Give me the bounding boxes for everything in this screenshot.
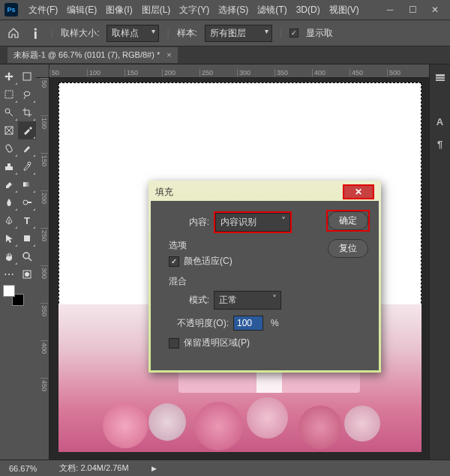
zoom-tool[interactable] [18,247,36,265]
ruler-tick: 200 [162,69,200,76]
ruler-tick: 150 [124,69,162,76]
blur-tool[interactable] [0,193,18,211]
lasso-tool[interactable] [18,85,36,103]
show-ring-label: 显示取 [306,27,333,40]
ruler-tick: 350 [40,303,48,340]
shape-tool[interactable] [18,229,36,247]
mode-dropdown[interactable]: 正常 [214,291,281,310]
document-tab-bar: 未标题-1 @ 66.7% (0101 (7), RGB/8#) * × [0,46,450,64]
marquee-tool[interactable] [0,85,18,103]
ruler-tick: 350 [274,69,312,76]
ruler-tick: 300 [237,69,274,76]
dodge-tool[interactable] [18,193,36,211]
crop-tool[interactable] [18,103,36,121]
menu-bar: Ps 文件(F) 编辑(E) 图像(I) 图层(L) 文字(Y) 选择(S) 滤… [0,0,450,19]
svg-point-12 [23,253,29,259]
eyedropper-icon[interactable] [26,23,46,43]
ruler-horizontal[interactable]: 50 100 150 200 250 300 350 400 450 500 [50,64,429,78]
canvas-area: 50 100 150 200 250 300 350 400 450 500 5… [36,64,429,460]
preserve-trans-label: 保留透明区域(P) [184,337,250,349]
history-brush-tool[interactable] [18,157,36,175]
ok-button[interactable]: 确定 [328,211,368,230]
document-tab[interactable]: 未标题-1 @ 66.7% (0101 (7), RGB/8#) * × [8,47,178,63]
dialog-titlebar[interactable]: 填充 ✕ [151,183,379,201]
menu-filter[interactable]: 滤镜(T) [253,1,291,19]
artboard-tool[interactable] [18,67,36,85]
ruler-tick: 300 [40,265,48,303]
flowers [76,378,404,452]
close-window-button[interactable]: ✕ [424,2,446,17]
paragraph-panel-icon[interactable]: ¶ [433,136,448,151]
brush-tool[interactable] [18,139,36,157]
path-select-tool[interactable] [0,229,18,247]
blend-section-label: 混合 [169,275,368,288]
frame-tool[interactable] [0,121,18,139]
history-panel-icon[interactable] [433,70,448,85]
zoom-level[interactable]: 66.67% [9,464,37,473]
menu-image[interactable]: 图像(I) [101,1,136,19]
type-tool[interactable]: T [18,211,36,229]
dialog-body: 确定 复位 内容: 内容识别 选项 ✓ 颜色适应(C) 混合 模式: 正常 [151,201,379,370]
color-adapt-checkbox[interactable]: ✓ [169,256,179,267]
tool-panel: T ⋯ [0,64,36,460]
ruler-tick: 400 [40,340,48,378]
pen-tool[interactable] [0,211,18,229]
svg-rect-11 [24,235,30,241]
menu-edit[interactable]: 编辑(E) [62,1,101,19]
eraser-tool[interactable] [0,175,18,193]
dialog-close-button[interactable]: ✕ [343,184,374,199]
show-ring-checkbox[interactable]: ✓ [290,28,298,37]
svg-rect-18 [436,79,445,81]
ruler-tick: 150 [40,153,48,190]
minimize-button[interactable]: ─ [380,2,400,17]
character-panel-icon[interactable]: A [433,114,448,129]
menu-file[interactable]: 文件(F) [24,1,62,19]
dialog-title: 填充 [155,186,173,199]
sample-size-label: 取样大小: [61,27,99,40]
foreground-swatch[interactable] [3,285,15,297]
preserve-trans-checkbox[interactable] [169,338,179,349]
ruler-tick: 450 [350,69,387,76]
edit-toolbar[interactable]: ⋯ [0,265,18,283]
ruler-tick: 250 [40,228,48,265]
menu-select[interactable]: 选择(S) [214,1,253,19]
document-tab-title: 未标题-1 @ 66.7% (0101 (7), RGB/8#) * [14,50,160,59]
document-tab-close[interactable]: × [166,50,171,59]
home-icon[interactable] [6,26,21,40]
menu-3d[interactable]: 3D(D) [292,2,325,17]
document-info[interactable]: 文档: 2.04M/2.76M [59,463,128,474]
reset-button[interactable]: 复位 [328,239,368,258]
svg-rect-1 [5,91,13,98]
sample-size-dropdown[interactable]: 取样点 [106,25,159,42]
opacity-unit: % [271,318,279,328]
sample-dropdown[interactable]: 所有图层 [205,25,272,42]
menu-view[interactable]: 视图(V) [325,1,364,19]
mode-label: 模式: [161,294,214,307]
clone-tool[interactable] [0,157,18,175]
opacity-input[interactable]: 100 [233,316,263,331]
svg-rect-8 [23,182,31,187]
quick-mask[interactable] [18,265,36,283]
eyedropper-tool[interactable] [18,121,36,139]
color-swatches[interactable] [3,285,24,306]
menu-layer[interactable]: 图层(L) [137,1,176,19]
svg-rect-0 [23,73,31,80]
svg-point-9 [23,200,28,205]
app-logo: Ps [4,3,18,16]
quick-select-tool[interactable] [0,103,18,121]
ruler-origin[interactable] [36,64,50,78]
maximize-button[interactable]: ☐ [402,2,423,17]
status-chevron-icon[interactable]: ▶ [152,465,157,472]
ruler-tick: 400 [312,69,350,76]
window-controls: ─ ☐ ✕ [380,2,446,17]
healing-tool[interactable] [0,139,18,157]
svg-rect-16 [436,74,445,76]
content-dropdown[interactable]: 内容识别 [215,213,290,232]
svg-rect-6 [5,144,13,153]
fill-dialog: 填充 ✕ 确定 复位 内容: 内容识别 选项 ✓ 颜色适应(C) 混合 [148,181,381,373]
menu-type[interactable]: 文字(Y) [175,1,214,19]
hand-tool[interactable] [0,247,18,265]
move-tool[interactable] [0,67,18,85]
gradient-tool[interactable] [18,175,36,193]
ruler-vertical[interactable]: 50 100 150 200 250 300 350 400 450 [36,78,50,460]
